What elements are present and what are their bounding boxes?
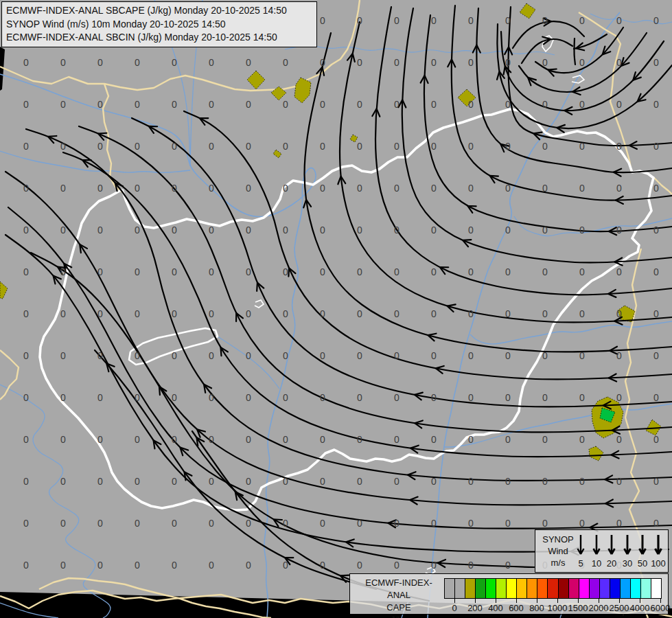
cin-zero-label: 0 (431, 308, 437, 319)
cin-zero-label: 0 (468, 434, 474, 445)
cin-zero-label: 0 (616, 476, 622, 487)
cin-zero-label: 0 (542, 308, 548, 319)
cin-zero-label: 0 (579, 476, 585, 487)
cin-zero-label: 0 (394, 99, 399, 110)
cin-zero-label: 0 (320, 183, 325, 194)
cin-zero-label: 0 (616, 183, 622, 194)
cin-zero-label: 0 (579, 141, 585, 152)
cin-zero-label: 0 (246, 350, 251, 361)
cin-zero-label: 0 (283, 434, 288, 445)
cin-zero-label: 0 (357, 392, 362, 403)
cin-zero-label: 0 (431, 99, 437, 110)
cin-zero-label: 0 (172, 434, 177, 445)
cin-zero-label: 0 (320, 225, 325, 236)
cape-color-swatch (651, 579, 661, 598)
cin-zero-label: 0 (431, 183, 437, 194)
cin-zero-label: 0 (320, 476, 325, 487)
cin-zero-label: 0 (468, 57, 474, 68)
cin-zero-label: 0 (394, 350, 399, 361)
cape-color-legend: ECMWF-INDEX-ANAL CAPE J/kg 0200400600800… (349, 573, 669, 615)
cin-zero-label: 0 (653, 350, 659, 361)
cin-zero-label: 0 (653, 225, 659, 236)
cin-zero-label: 0 (542, 183, 548, 194)
cin-zero-label: 0 (283, 57, 288, 68)
wind-down-arrow-icon (656, 535, 662, 554)
title-line-wind: SYNOP Wind (m/s) 10m Monday 20-10-2025 1… (6, 18, 312, 32)
cin-zero-label: 0 (505, 99, 511, 110)
cin-zero-label: 0 (97, 57, 103, 68)
cin-zero-label: 0 (135, 308, 140, 319)
cin-zero-label: 0 (209, 99, 214, 110)
cin-zero-label: 0 (283, 141, 288, 152)
cin-zero-label: 0 (135, 350, 140, 361)
cape-color-swatch (558, 579, 568, 598)
map-canvas: 0000000000000000000000000000000000000000… (0, 0, 672, 618)
cin-zero-label: 0 (616, 141, 622, 152)
cin-zero-label: 0 (209, 141, 214, 152)
cin-zero-label: 0 (394, 266, 399, 277)
cin-zero-label: 0 (172, 392, 177, 403)
cin-zero-label: 0 (394, 560, 399, 571)
cin-zero-label: 0 (246, 225, 251, 236)
cin-zero-label: 0 (394, 225, 399, 236)
cin-zero-label: 0 (60, 392, 66, 403)
cin-zero-label: 0 (505, 266, 511, 277)
cape-color-swatch (516, 579, 526, 598)
cin-zero-label: 0 (431, 476, 437, 487)
cin-zero-label: 0 (616, 392, 622, 403)
cin-zero-label: 0 (431, 57, 437, 68)
cape-color-swatch (589, 579, 599, 598)
cin-zero-label: 0 (468, 308, 474, 319)
cin-zero-label: 0 (209, 392, 214, 403)
cape-tick-mark (537, 598, 537, 603)
cin-zero-label: 0 (283, 518, 288, 529)
cin-zero-label: 0 (431, 15, 437, 26)
cin-zero-label: 0 (172, 99, 177, 110)
cin-zero-label: 0 (23, 141, 29, 152)
cin-zero-label: 0 (542, 518, 548, 529)
cin-zero-label: 0 (431, 350, 437, 361)
cin-zero-label: 0 (579, 308, 585, 319)
cin-zero-label: 0 (468, 15, 474, 26)
cin-zero-label: 0 (97, 99, 103, 110)
cin-zero-label: 0 (283, 560, 288, 571)
cin-zero-label: 0 (172, 350, 177, 361)
wind-legend-title-line: SYNOP (538, 534, 578, 545)
cin-zero-label: 0 (320, 57, 325, 68)
cin-zero-label: 0 (283, 308, 288, 319)
cin-zero-label: 0 (357, 225, 362, 236)
wind-down-arrow-icon (625, 535, 631, 554)
cin-zero-label: 0 (135, 266, 140, 277)
cin-zero-label: 0 (579, 434, 585, 445)
cin-zero-label: 0 (283, 476, 288, 487)
cin-zero-label: 0 (320, 308, 325, 319)
wind-down-arrow-icon (578, 535, 584, 554)
cin-zero-label: 0 (60, 99, 66, 110)
cin-zero-label: 0 (431, 141, 437, 152)
cin-zero-label: 0 (209, 476, 214, 487)
cin-zero-label: 0 (579, 57, 585, 68)
cape-color-swatch (630, 579, 640, 598)
cin-zero-label: 0 (653, 518, 659, 529)
cin-zero-label: 0 (97, 308, 103, 319)
cin-zero-label: 0 (60, 57, 66, 68)
cin-zero-label: 0 (431, 560, 437, 571)
cin-zero-label: 0 (357, 560, 362, 571)
cin-zero-label: 0 (431, 266, 437, 277)
cape-color-swatch (610, 579, 620, 598)
cape-color-swatch (506, 579, 516, 598)
cin-zero-label: 0 (172, 57, 177, 68)
cape-color-swatch (547, 579, 557, 598)
cin-zero-label: 0 (505, 392, 511, 403)
cin-zero-label: 0 (579, 518, 585, 529)
map-title-box: ECMWF-INDEX-ANAL SBCAPE (J/kg) Monday 20… (1, 1, 317, 47)
wind-down-arrow-icon (640, 535, 646, 554)
cin-zero-label: 0 (394, 141, 399, 152)
cin-zero-label: 0 (468, 350, 474, 361)
cin-zero-label: 0 (357, 308, 362, 319)
cin-zero-label: 0 (653, 308, 659, 319)
cin-zero-label: 0 (320, 141, 325, 152)
cape-tick-label: 6000 (645, 603, 672, 613)
cin-zero-label: 0 (468, 392, 474, 403)
cin-zero-label: 0 (468, 518, 474, 529)
